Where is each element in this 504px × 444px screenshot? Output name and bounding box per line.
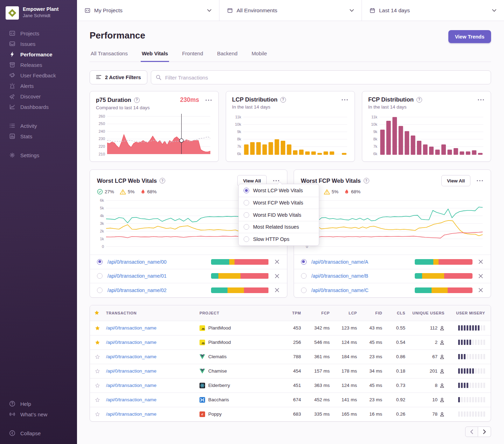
column-header-cls[interactable]: CLS — [382, 311, 405, 315]
stats-icon — [9, 133, 15, 139]
transaction-radio[interactable] — [97, 273, 103, 279]
card-menu-button[interactable] — [476, 179, 484, 183]
project-cell[interactable]: Elderberry — [200, 383, 280, 388]
close-icon[interactable] — [274, 259, 280, 265]
transaction-link[interactable]: /api/0/transaction_name — [106, 368, 200, 374]
transaction-link[interactable]: /api/0/transaction_name — [106, 340, 200, 345]
star-outline-icon[interactable] — [94, 397, 106, 403]
previous-page-button[interactable] — [465, 426, 478, 437]
star-filled-icon[interactable] — [94, 339, 106, 346]
sidebar-item-alerts[interactable]: Alerts — [0, 81, 77, 91]
star-filled-icon[interactable] — [94, 325, 106, 331]
project-cell[interactable]: Clematis — [200, 354, 280, 360]
card-menu-button[interactable] — [341, 98, 349, 102]
transaction-link[interactable]: /api/0/transaction_name/01 — [107, 273, 167, 279]
transaction-link[interactable]: /api/0/transaction_name/00 — [107, 259, 167, 265]
transaction-radio[interactable] — [97, 259, 103, 265]
sidebar-item-projects[interactable]: Projects — [0, 28, 77, 39]
dropdown-option-worst-lcp-web-vitals[interactable]: Worst LCP Web Vitals — [239, 185, 319, 197]
tab-mobile[interactable]: Mobile — [251, 50, 268, 62]
column-header-fcp[interactable]: FCP — [301, 311, 330, 315]
star-outline-icon[interactable] — [94, 354, 106, 360]
close-icon[interactable] — [478, 259, 484, 265]
dropdown-option-worst-fid-web-vitals[interactable]: Worst FID Web Vitals — [239, 209, 319, 221]
tpm-value: 256 — [280, 340, 301, 345]
option-radio[interactable] — [244, 236, 249, 242]
sidebar-item-stats[interactable]: Stats — [0, 131, 77, 141]
transaction-radio[interactable] — [97, 287, 103, 293]
sidebar-item-performance[interactable]: Performance — [0, 49, 77, 60]
card-menu-button[interactable] — [477, 98, 485, 102]
next-page-button[interactable] — [478, 426, 491, 437]
close-icon[interactable] — [478, 273, 484, 279]
column-header-lcp[interactable]: LCP — [330, 311, 357, 315]
column-header-tpm[interactable]: TPM — [280, 311, 301, 315]
search-input[interactable] — [151, 70, 491, 84]
transaction-link[interactable]: /api/0/transaction_name/02 — [107, 287, 167, 293]
view-trends-button[interactable]: View Trends — [448, 30, 491, 43]
sidebar-item-dashboards[interactable]: Dashboards — [0, 102, 77, 112]
option-radio[interactable] — [244, 224, 249, 230]
column-header-transaction[interactable]: TRANSACTION — [106, 311, 200, 315]
column-header-project[interactable]: PROJECT — [200, 311, 280, 315]
card-menu-button[interactable] — [205, 98, 212, 102]
close-icon[interactable] — [274, 273, 280, 279]
tpm-value: 453 — [280, 325, 301, 331]
transaction-link[interactable]: /api/0/transaction_name — [106, 397, 200, 402]
option-radio[interactable] — [244, 200, 249, 206]
active-filters-button[interactable]: 2 Active Filters — [90, 70, 147, 84]
sidebar-item-discover[interactable]: Discover — [0, 91, 77, 102]
help-question-icon[interactable]: ? — [416, 97, 422, 103]
sidebar-item-user-feedback[interactable]: User Feedback — [0, 70, 77, 81]
star-outline-icon[interactable] — [94, 411, 106, 417]
dropdown-option-most-related-issues[interactable]: Most Related Issues — [239, 221, 319, 233]
date-range-selector[interactable]: Last 14 days — [362, 0, 504, 21]
project-selector[interactable]: My Projects — [77, 0, 219, 21]
help-question-icon[interactable]: ? — [134, 97, 140, 103]
tab-web-vitals[interactable]: Web Vitals — [141, 50, 169, 62]
option-radio[interactable] — [244, 188, 249, 193]
dropdown-option-slow-http-ops[interactable]: Slow HTTP Ops — [239, 233, 319, 245]
project-cell[interactable]: Chamise — [200, 368, 280, 374]
sidebar-item-help[interactable]: Help — [0, 398, 77, 409]
sidebar-item-settings[interactable]: Settings — [0, 150, 77, 160]
column-header-unique-users[interactable]: UNIQUE USERS — [405, 311, 444, 315]
transaction-link[interactable]: /api/0/transaction_name/A — [312, 259, 369, 265]
sidebar-item-issues[interactable]: Issues — [0, 39, 77, 49]
transaction-link[interactable]: /api/0/transaction_name/B — [312, 273, 369, 279]
column-header-fid[interactable]: FID — [357, 311, 382, 315]
help-question-icon[interactable]: ? — [160, 178, 165, 183]
help-question-icon[interactable]: ? — [280, 97, 286, 103]
option-radio[interactable] — [244, 212, 249, 218]
tab-all-transactions[interactable]: All Transactions — [90, 50, 129, 62]
transaction-radio[interactable] — [301, 287, 307, 293]
column-header-user-misery[interactable]: USER MISERY — [444, 311, 485, 315]
star-outline-icon[interactable] — [94, 368, 106, 374]
project-cell[interactable]: JSPlantMood — [200, 325, 280, 331]
close-icon[interactable] — [478, 287, 484, 293]
tab-backend[interactable]: Backend — [216, 50, 238, 62]
project-cell[interactable]: JSPlantMood — [200, 340, 280, 345]
star-outline-icon[interactable] — [94, 382, 106, 389]
project-cell[interactable]: ePoppy — [200, 411, 280, 417]
sidebar-item-collapse[interactable]: Collapse — [0, 428, 77, 438]
transaction-radio[interactable] — [301, 259, 307, 265]
org-switcher[interactable]: Empower Plant Jane Schmidt — [0, 6, 77, 20]
dropdown-option-worst-fcp-web-vitals[interactable]: Worst FCP Web Vitals — [239, 197, 319, 209]
sidebar-item-activity[interactable]: Activity — [0, 120, 77, 131]
transaction-link[interactable]: /api/0/transaction_name — [106, 411, 200, 417]
help-question-icon[interactable]: ? — [364, 178, 369, 183]
sidebar-item-what-s-new[interactable]: What’s new — [0, 409, 77, 419]
project-cell[interactable]: Baccharis — [200, 397, 280, 403]
transaction-radio[interactable] — [301, 273, 307, 279]
transaction-link[interactable]: /api/0/transaction_name — [106, 383, 200, 388]
sidebar-item-releases[interactable]: Releases — [0, 60, 77, 70]
transaction-link[interactable]: /api/0/transaction_name — [106, 354, 200, 359]
tab-frontend[interactable]: Frontend — [181, 50, 204, 62]
view-all-button[interactable]: View All — [441, 175, 470, 186]
misery-segment — [483, 383, 485, 388]
environment-selector[interactable]: All Environments — [219, 0, 362, 21]
transaction-link[interactable]: /api/0/transaction_name — [106, 325, 200, 331]
transaction-link[interactable]: /api/0/transaction_name/C — [312, 287, 369, 293]
close-icon[interactable] — [274, 287, 280, 293]
